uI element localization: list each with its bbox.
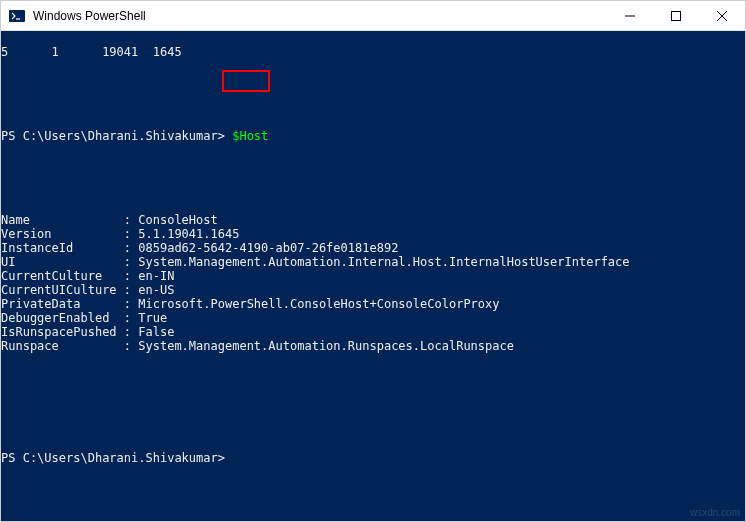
output-field: Name : ConsoleHost <box>1 213 745 227</box>
blank-line <box>1 367 745 381</box>
output-field: DebuggerEnabled : True <box>1 311 745 325</box>
output-line: 5 1 19041 1645 <box>1 45 745 59</box>
window-controls <box>607 1 745 31</box>
maximize-button[interactable] <box>653 1 699 31</box>
prompt-prefix: PS C:\Users\Dharani.Shivakumar> <box>1 129 232 143</box>
blank-line <box>1 157 745 171</box>
powershell-icon <box>9 8 25 24</box>
minimize-button[interactable] <box>607 1 653 31</box>
terminal-area[interactable]: 5 1 19041 1645 PS C:\Users\Dharani.Shiva… <box>1 31 745 521</box>
watermark: wsxdn.com <box>690 507 740 518</box>
host-output: Name : ConsoleHostVersion : 5.1.19041.16… <box>1 213 745 353</box>
blank-line <box>1 423 745 437</box>
output-field: IsRunspacePushed : False <box>1 325 745 339</box>
output-field: PrivateData : Microsoft.PowerShell.Conso… <box>1 297 745 311</box>
output-field: Runspace : System.Management.Automation.… <box>1 339 745 353</box>
blank-line <box>1 185 745 199</box>
output-field: CurrentUICulture : en-US <box>1 283 745 297</box>
blank-line <box>1 73 745 87</box>
svg-rect-3 <box>672 11 681 20</box>
output-field: InstanceId : 0859ad62-5642-4190-ab07-26f… <box>1 241 745 255</box>
blank-line <box>1 395 745 409</box>
titlebar[interactable]: Windows PowerShell <box>1 1 745 31</box>
close-button[interactable] <box>699 1 745 31</box>
window-title: Windows PowerShell <box>33 9 607 23</box>
blank-line <box>1 101 745 115</box>
output-field: CurrentCulture : en-IN <box>1 269 745 283</box>
output-field: UI : System.Management.Automation.Intern… <box>1 255 745 269</box>
output-field: Version : 5.1.19041.1645 <box>1 227 745 241</box>
prompt-prefix: PS C:\Users\Dharani.Shivakumar> <box>1 451 225 465</box>
prompt-line: PS C:\Users\Dharani.Shivakumar> $Host <box>1 129 745 143</box>
powershell-window: Windows PowerShell 5 1 19041 1645 PS C:\… <box>0 0 746 522</box>
svg-rect-0 <box>9 10 25 22</box>
command-text: $Host <box>232 129 268 143</box>
prompt-line: PS C:\Users\Dharani.Shivakumar> <box>1 451 745 465</box>
